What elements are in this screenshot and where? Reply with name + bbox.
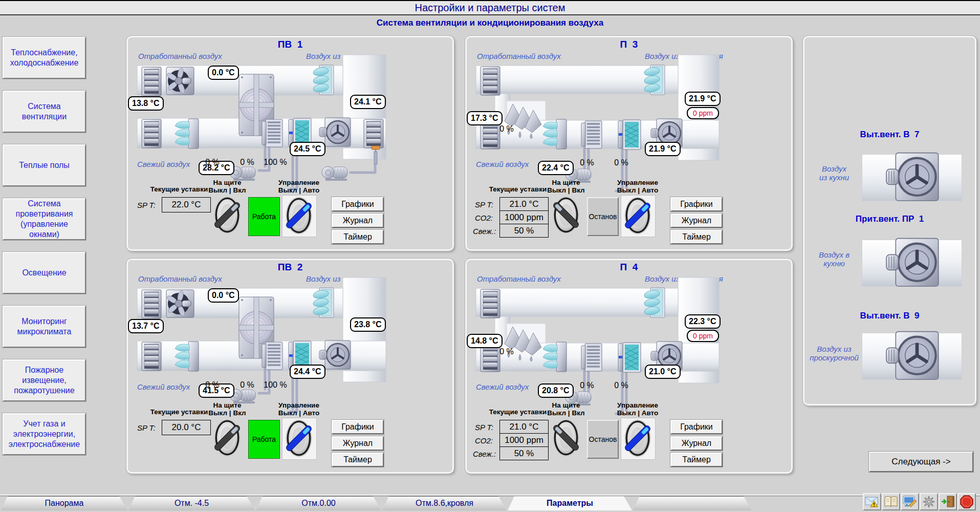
panel-switch-knob[interactable] bbox=[553, 196, 579, 234]
exit-button[interactable] bbox=[939, 493, 957, 510]
page-subtitle: Система вентиляции и кондиционирования в… bbox=[0, 18, 980, 28]
tab-level-0-00[interactable]: Отм.0.00 bbox=[256, 496, 381, 510]
exit-door-icon bbox=[941, 495, 955, 508]
exhaust-louver-icon bbox=[481, 289, 500, 318]
co2-value: 0 ppm bbox=[687, 107, 719, 119]
setpoint-value[interactable]: 21.0 °C bbox=[499, 197, 549, 211]
panel-switch-knob[interactable] bbox=[553, 419, 579, 457]
exhaust-louver-icon bbox=[142, 290, 161, 318]
intake-louver-icon bbox=[142, 119, 161, 148]
journal-button[interactable] bbox=[882, 493, 900, 510]
cooler-valve-pct: 0 % bbox=[606, 381, 637, 390]
journal-button[interactable]: Журнал bbox=[332, 214, 384, 228]
setpoint-value[interactable]: 50 % bbox=[499, 224, 549, 238]
sidebar-item-microclimate[interactable]: Мониторинг микроклимата bbox=[3, 306, 86, 348]
timer-button[interactable]: Таймер bbox=[332, 230, 384, 244]
sidebar-item-floors[interactable]: Теплые полы bbox=[3, 144, 86, 186]
sidebar-item-heating[interactable]: Теплоснабжение, холодоснабжение bbox=[3, 37, 86, 79]
panel-switch-knob[interactable] bbox=[214, 196, 241, 234]
temp-supply: 24.5 °C bbox=[290, 142, 325, 156]
sidebar-item-ventilation[interactable]: Система вентиляции bbox=[3, 91, 86, 133]
fan-section-title: Прит.вент. ПР 1 bbox=[804, 214, 975, 224]
fan-duct bbox=[862, 240, 962, 287]
sidebar-item-windows[interactable]: Система проветривания (управление окнами… bbox=[3, 198, 86, 240]
timer-button[interactable]: Таймер bbox=[332, 453, 384, 467]
sidebar-item-lighting[interactable]: Освещение bbox=[3, 252, 86, 294]
tab-empty[interactable] bbox=[633, 496, 752, 510]
intake-louver-icon bbox=[142, 342, 161, 371]
setpoint-value[interactable]: 22.0 °C bbox=[162, 197, 211, 212]
recirc-damper-pct: 0 % bbox=[197, 158, 228, 167]
cooler-valve-pct: 100 % bbox=[260, 158, 291, 167]
temp-outdoor: 13.7 °C bbox=[128, 319, 164, 333]
tab-parameters[interactable]: Параметры bbox=[508, 496, 632, 510]
setpoint-value[interactable]: 20.0 °C bbox=[162, 420, 211, 435]
supply-fan-icon bbox=[884, 238, 940, 289]
graphs-button[interactable]: Графики bbox=[332, 420, 384, 434]
sidebar-item-energy[interactable]: Учет газа и электроэнергии, электроснабж… bbox=[3, 413, 86, 455]
panel-switch-title: На щите bbox=[197, 179, 258, 186]
graphs-button[interactable]: Графики bbox=[670, 197, 723, 211]
ahu-panel-p4: П 4 Отработанный воздух Воздух из помеще… bbox=[465, 259, 793, 474]
journal-button[interactable]: Журнал bbox=[670, 214, 723, 228]
panel-switch-title: На щите bbox=[535, 179, 597, 186]
journal-button[interactable]: Журнал bbox=[332, 436, 384, 451]
fan-section-label: Воздух из кухни bbox=[807, 164, 862, 182]
setpoint-label: CO2: bbox=[475, 214, 493, 222]
fresh-air-label: Свежий воздух bbox=[137, 160, 190, 168]
control-switch-knob[interactable] bbox=[624, 419, 651, 457]
stop-button[interactable] bbox=[957, 493, 976, 510]
heater-valve-pct: 0 % bbox=[232, 158, 263, 167]
filter-icon bbox=[543, 119, 567, 149]
control-switch-knob[interactable] bbox=[286, 419, 312, 457]
ahu-panel-pv2: ПВ 2 Отработанный воздух Воздух из помещ… bbox=[126, 259, 454, 474]
timer-button[interactable]: Таймер bbox=[670, 230, 723, 244]
temp-room: 24.1 °C bbox=[350, 95, 386, 109]
temp-supply: 24.4 °C bbox=[290, 365, 325, 379]
control-switch-knob[interactable] bbox=[624, 197, 651, 234]
fan-section-label: Воздух из проскурочной bbox=[807, 345, 862, 362]
timer-button[interactable]: Таймер bbox=[670, 453, 723, 467]
ahu-panel-pv1: ПВ 1 Отработанный воздух Воздух из помещ… bbox=[126, 36, 454, 251]
alarm-mail-button[interactable] bbox=[863, 493, 881, 510]
fan-section-title: Выт.вент. В 7 bbox=[804, 130, 975, 140]
fresh-air-label: Свежий воздух bbox=[476, 160, 529, 168]
status-indicator: Останов bbox=[587, 197, 619, 236]
status-indicator: Работа bbox=[248, 420, 280, 459]
graphs-button[interactable]: Графики bbox=[670, 420, 723, 434]
control-switch-title: Управление bbox=[268, 179, 330, 186]
page-title: Настройки и параметры систем bbox=[415, 2, 565, 14]
screen-edit-button[interactable] bbox=[901, 493, 919, 510]
journal-book-icon bbox=[884, 495, 898, 508]
recirc-damper-pct: 0 % bbox=[491, 347, 522, 356]
mail-alert-icon bbox=[865, 495, 879, 508]
tab-panorama[interactable]: Панорама bbox=[1, 496, 127, 510]
setpoint-value[interactable]: 1000 ppm bbox=[499, 433, 549, 447]
setpoint-value[interactable]: 50 % bbox=[499, 446, 549, 460]
control-switch-knob[interactable] bbox=[286, 197, 312, 234]
recirc-damper-pct: 0 % bbox=[491, 124, 522, 134]
exhaust-louver-icon bbox=[142, 67, 161, 96]
temp-outdoor: 13.8 °C bbox=[128, 96, 164, 111]
filter-icon bbox=[543, 342, 567, 372]
heating-coil-icon bbox=[262, 342, 282, 370]
exhaust-fan-icon bbox=[884, 331, 940, 382]
control-switch-states: Выкл | Авто bbox=[607, 409, 668, 417]
graphs-button[interactable]: Графики bbox=[332, 197, 384, 211]
next-page-button[interactable]: Следующая -> bbox=[869, 452, 973, 472]
setpoint-value[interactable]: 21.0 °C bbox=[499, 420, 549, 434]
heating-coil-icon bbox=[581, 344, 602, 371]
return-damper-icon bbox=[313, 288, 334, 317]
panel-switch-states: Выкл | Вкл bbox=[535, 186, 597, 194]
panel-switch-states: Выкл | Вкл bbox=[197, 409, 258, 417]
setpoint-value[interactable]: 1000 ppm bbox=[499, 210, 549, 224]
temp-after-recovery: 0.0 °C bbox=[208, 288, 239, 303]
tab-level-8-6-roof[interactable]: Отм.8.6,кровля bbox=[382, 496, 507, 510]
panel-switch-knob[interactable] bbox=[214, 419, 241, 457]
cooling-coil-icon bbox=[618, 120, 641, 150]
journal-button[interactable]: Журнал bbox=[670, 436, 723, 451]
settings-button[interactable] bbox=[920, 493, 938, 510]
temp-supply: 21.9 °C bbox=[645, 142, 681, 156]
tab-level-minus-4-5[interactable]: Отм. -4.5 bbox=[128, 496, 255, 510]
sidebar-item-fire[interactable]: Пожарное извещение, пожаротушение bbox=[3, 359, 86, 401]
